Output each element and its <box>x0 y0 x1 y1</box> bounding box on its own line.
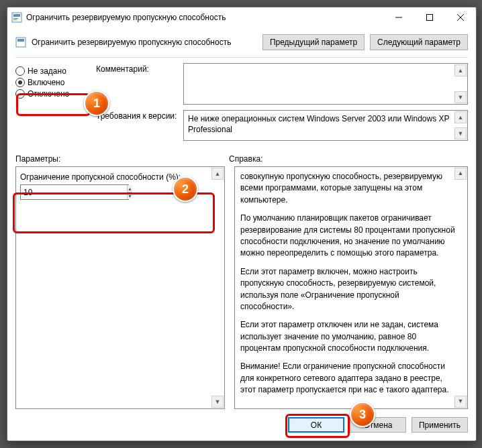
window-title: Ограничить резервируемую пропускную спос… <box>26 13 383 22</box>
help-para: Если этот параметр отключен или не задан… <box>240 319 455 354</box>
info-col: Комментарий: ▲ ▼ Требования к версии: Не… <box>96 63 468 146</box>
radio-enabled[interactable]: Включено <box>15 78 83 87</box>
params-pane: Ограничение пропускной способности (%): … <box>15 166 225 409</box>
next-setting-button[interactable]: Следующий параметр <box>370 34 468 50</box>
header-row: Ограничить резервируемую пропускную спос… <box>7 27 476 54</box>
policy-title: Ограничить резервируемую пропускную спос… <box>32 38 257 47</box>
scroll-up-icon[interactable]: ▲ <box>454 111 467 123</box>
policy-icon <box>15 37 26 48</box>
help-para: совокупную пропускную способность, резер… <box>240 171 455 206</box>
spin-down-icon[interactable]: ▼ <box>128 192 132 199</box>
params-heading: Параметры: <box>15 154 220 164</box>
version-box: Не ниже операционных систем Windows Serv… <box>183 110 468 141</box>
help-para: Внимание! Если ограничение пропускной сп… <box>240 361 455 396</box>
version-text: Не ниже операционных систем Windows Serv… <box>188 114 449 134</box>
radio-not-configured[interactable]: Не задано <box>15 66 83 76</box>
version-label: Требования к версии: <box>96 110 183 141</box>
minimize-button[interactable] <box>383 7 414 27</box>
scroll-up-icon[interactable]: ▲ <box>454 64 467 76</box>
bw-limit-spinner[interactable]: ▲ ▼ <box>20 184 129 200</box>
lower-section: Ограничение пропускной способности (%): … <box>7 166 476 409</box>
comment-input[interactable]: ▲ ▼ <box>183 63 468 105</box>
close-button[interactable] <box>445 7 476 27</box>
svg-rect-2 <box>13 18 18 19</box>
button-bar: ОК Отмена Применить <box>7 409 476 441</box>
cancel-button[interactable]: Отмена <box>350 417 406 433</box>
bw-limit-label: Ограничение пропускной способности (%): <box>20 172 224 182</box>
radio-group: Не задано Включено Отключено <box>15 63 83 146</box>
app-icon <box>11 12 22 23</box>
svg-rect-5 <box>427 15 433 21</box>
gpo-dialog: Ограничить резервируемую пропускную спос… <box>7 7 477 441</box>
apply-button[interactable]: Применить <box>412 417 468 433</box>
top-section: Не задано Включено Отключено Комментарий… <box>7 63 476 146</box>
divider <box>15 57 468 58</box>
section-labels: Параметры: Справка: <box>7 146 476 166</box>
radio-label: Включено <box>28 78 64 87</box>
scroll-down-icon[interactable]: ▼ <box>454 127 467 139</box>
prev-setting-button[interactable]: Предыдущий параметр <box>262 34 365 50</box>
scroll-down-icon[interactable]: ▼ <box>211 396 224 408</box>
spin-up-icon[interactable]: ▲ <box>128 185 132 192</box>
radio-label: Отключено <box>28 89 69 99</box>
help-pane: совокупную пропускную способность, резер… <box>234 166 468 409</box>
help-heading: Справка: <box>229 154 468 164</box>
scroll-up-icon[interactable]: ▲ <box>211 168 224 180</box>
svg-rect-9 <box>17 39 24 42</box>
svg-rect-1 <box>13 14 20 17</box>
svg-rect-3 <box>13 19 17 20</box>
scroll-down-icon[interactable]: ▼ <box>454 396 467 408</box>
help-para: По умолчанию планировщик пакетов огранич… <box>240 213 455 260</box>
radio-disabled[interactable]: Отключено <box>15 89 83 99</box>
help-para: Если этот параметр включен, можно настро… <box>240 266 455 313</box>
maximize-button[interactable] <box>414 7 445 27</box>
scroll-up-icon[interactable]: ▲ <box>454 168 467 180</box>
bw-limit-input[interactable] <box>21 185 127 199</box>
comment-label: Комментарий: <box>96 63 183 105</box>
titlebar: Ограничить резервируемую пропускную спос… <box>7 7 476 27</box>
radio-label: Не задано <box>28 66 66 76</box>
ok-button[interactable]: ОК <box>288 417 344 433</box>
scroll-down-icon[interactable]: ▼ <box>454 91 467 103</box>
